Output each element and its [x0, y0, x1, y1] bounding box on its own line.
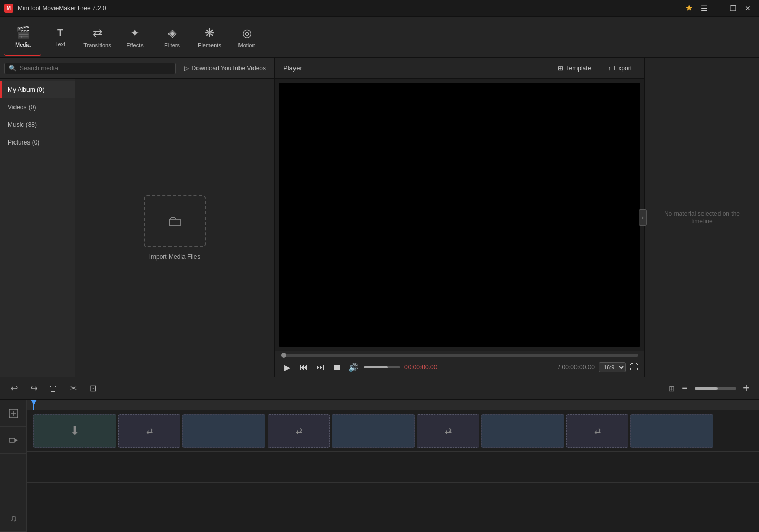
redo-button[interactable]: ↪ [26, 381, 41, 396]
svg-marker-4 [15, 439, 18, 442]
track-clip-5[interactable] [630, 414, 713, 448]
timeline-tracks: ⬇ ⇄ ⇄ ⇄ ⇄ [27, 400, 759, 532]
search-input[interactable] [20, 65, 171, 72]
sidebar-item-videos[interactable]: Videos (0) [0, 98, 75, 116]
zoom-slider[interactable] [695, 387, 736, 390]
toolbar-filters-label: Filters [164, 42, 180, 48]
video-track-button[interactable] [0, 427, 27, 454]
play-button[interactable]: ▶ [281, 361, 293, 373]
volume-fill [364, 366, 388, 368]
track-clip-2[interactable] [182, 414, 265, 448]
svg-rect-3 [9, 438, 15, 442]
video-canvas [279, 83, 640, 347]
left-panel-body: My Album (0) Videos (0) Music (88) Pictu… [0, 79, 274, 377]
media-icon: 🎬 [16, 26, 30, 39]
titlebar: M MiniTool MovieMaker Free 7.2.0 ★ ☰ — ❐… [0, 0, 759, 17]
cut-button[interactable]: ✂ [65, 381, 81, 396]
timeline-side: ♫ [0, 400, 27, 532]
no-material-label: No material selected on the timeline [653, 210, 751, 225]
toolbar-motion-label: Motion [238, 42, 255, 48]
volume-slider[interactable] [364, 366, 400, 368]
transition-clip-3[interactable]: ⇄ [417, 414, 479, 448]
stop-button[interactable]: ⏹ [331, 361, 343, 373]
volume-button[interactable]: 🔊 [347, 361, 360, 373]
track-clip-3[interactable] [332, 414, 415, 448]
next-frame-button[interactable]: ⏭ [314, 361, 327, 373]
right-section: Player ⊞ Template ↑ Export [275, 58, 759, 377]
menu-button[interactable]: ☰ [697, 3, 711, 14]
transition-icon-1: ⇄ [146, 426, 153, 436]
import-media-box[interactable]: 🗀 [144, 195, 206, 247]
main-area: 🔍 ▷ Download YouTube Videos My Album (0)… [0, 58, 759, 377]
media-toolbar: 🔍 ▷ Download YouTube Videos [0, 58, 274, 79]
player-header-buttons: ⊞ Template ↑ Export [554, 63, 636, 74]
toolbar-filters[interactable]: ◈ Filters [153, 19, 191, 56]
timeline-body: ♫ ⬇ ⇄ ⇄ [0, 400, 759, 532]
transition-clip-4[interactable]: ⇄ [566, 414, 628, 448]
aspect-ratio-select[interactable]: 16:9 9:16 4:3 1:1 [599, 362, 626, 372]
controls-row: ▶ ⏮ ⏭ ⏹ 🔊 00:00:00.00 / 00:00:00.00 16:9… [281, 361, 638, 373]
sidebar-item-music[interactable]: Music (88) [0, 116, 75, 134]
audio-track-button[interactable]: ♫ [0, 505, 27, 532]
minimize-button[interactable]: — [711, 3, 726, 14]
player-panel: Player ⊞ Template ↑ Export [275, 58, 645, 377]
toolbar-media-label: Media [15, 41, 31, 48]
fullscreen-button[interactable]: ⛶ [630, 363, 638, 372]
sidebar-nav: My Album (0) Videos (0) Music (88) Pictu… [0, 79, 75, 377]
zoom-columns-icon: ⊞ [669, 384, 675, 393]
restore-button[interactable]: ❐ [726, 3, 740, 14]
app-title: MiniTool MovieMaker Free 7.2.0 [18, 5, 685, 12]
player-controls: ▶ ⏮ ⏭ ⏹ 🔊 00:00:00.00 / 00:00:00.00 16:9… [275, 351, 644, 377]
toolbar-text[interactable]: T Text [41, 19, 79, 56]
effects-icon: ✦ [130, 26, 139, 40]
zoom-in-button[interactable]: + [739, 382, 753, 395]
export-label: Export [614, 65, 632, 72]
motion-icon: ◎ [242, 26, 252, 40]
media-content: 🗀 Import Media Files [75, 79, 274, 377]
sidebar-item-my-album[interactable]: My Album (0) [0, 81, 75, 98]
progress-bar[interactable] [281, 354, 638, 357]
download-label: Download YouTube Videos [192, 65, 266, 72]
toolbar-media[interactable]: 🎬 Media [4, 19, 41, 56]
prev-frame-button[interactable]: ⏮ [298, 361, 310, 373]
undo-button[interactable]: ↩ [6, 381, 22, 396]
download-youtube-button[interactable]: ▷ Download YouTube Videos [180, 63, 270, 74]
sidebar-item-pictures[interactable]: Pictures (0) [0, 134, 75, 151]
zoom-out-button[interactable]: − [678, 382, 692, 395]
transition-clip-1[interactable]: ⇄ [118, 414, 180, 448]
toolbar: 🎬 Media T Text ⇄ Transitions ✦ Effects ◈… [0, 17, 759, 58]
video-track-icon [9, 437, 18, 444]
player-title: Player [283, 64, 302, 72]
zoom-fill [695, 387, 718, 390]
timeline-toolbar: ↩ ↪ 🗑 ✂ ⊡ ⊞ − + [0, 377, 759, 400]
crop-button[interactable]: ⊡ [85, 381, 101, 396]
progress-handle[interactable] [281, 353, 286, 358]
toolbar-effects-label: Effects [126, 42, 143, 48]
add-icon [9, 409, 18, 418]
add-track-button[interactable] [0, 400, 27, 427]
playhead-triangle [31, 400, 37, 405]
toolbar-elements[interactable]: ❋ Elements [191, 19, 228, 56]
current-time: 00:00:00.00 [404, 364, 554, 371]
toolbar-motion[interactable]: ◎ Motion [228, 19, 265, 56]
transitions-icon: ⇄ [93, 26, 102, 40]
template-button[interactable]: ⊞ Template [554, 63, 596, 74]
transition-icon-3: ⇄ [445, 426, 452, 436]
close-button[interactable]: ✕ [740, 3, 755, 14]
toolbar-transitions[interactable]: ⇄ Transitions [79, 19, 116, 56]
playhead [33, 400, 34, 410]
star-icon: ★ [685, 3, 693, 13]
import-media-label: Import Media Files [149, 253, 201, 261]
track-clip-4[interactable] [481, 414, 564, 448]
template-icon: ⊞ [558, 65, 563, 72]
delete-button[interactable]: 🗑 [46, 381, 61, 396]
export-button[interactable]: ↑ Export [603, 63, 636, 74]
toolbar-effects[interactable]: ✦ Effects [116, 19, 153, 56]
folder-icon: 🗀 [167, 212, 182, 230]
panel-collapse-button[interactable]: › [639, 209, 647, 226]
youtube-icon: ▷ [184, 65, 189, 72]
transition-clip-2[interactable]: ⇄ [268, 414, 330, 448]
track-clip-import[interactable]: ⬇ [33, 414, 116, 448]
search-box[interactable]: 🔍 [4, 63, 176, 74]
template-label: Template [566, 65, 592, 72]
